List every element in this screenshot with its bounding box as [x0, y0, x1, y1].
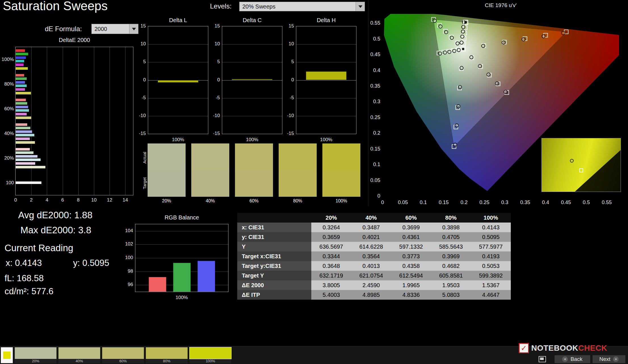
- window-restore-icon[interactable]: [539, 356, 546, 362]
- measured-point: [453, 49, 456, 53]
- measured-point: [457, 48, 461, 52]
- table-cell: 585.5643: [431, 242, 471, 251]
- x-tick-label: 0.5: [578, 200, 595, 206]
- patch-thumbnails: 20%40%60%80%100%: [15, 347, 231, 363]
- patch-thumbnail[interactable]: 100%: [190, 347, 231, 363]
- patch-thumbnail[interactable]: 40%: [58, 347, 100, 363]
- x-tick-label: 0.15: [435, 200, 452, 206]
- row-label: ΔE 2000: [237, 280, 311, 290]
- y-tick-label: 0.05: [364, 177, 380, 183]
- measured-point: [461, 30, 465, 33]
- notebookcheck-logo-icon: ✓: [519, 343, 529, 353]
- y-tick-label: 0: [280, 77, 294, 83]
- measured-point: [439, 25, 442, 28]
- deltae-bar: [16, 109, 29, 112]
- thumbnail-swatch: [58, 347, 100, 359]
- x-tick-label: 6: [58, 197, 67, 203]
- table-header-row: 20%40%60%80%100%: [237, 213, 511, 223]
- back-chevron-icon: «: [562, 356, 568, 362]
- table-cell: 577.5977: [471, 242, 511, 251]
- table-cell: 4.4647: [471, 290, 511, 300]
- measured-point: [470, 56, 473, 59]
- delta-c-x-label: 100%: [222, 137, 282, 143]
- levels-dropdown[interactable]: 20% Sweeps: [239, 2, 365, 11]
- table-cell: 0.3659: [311, 232, 351, 242]
- table-cell: 0.4358: [391, 261, 431, 271]
- y-tick-label: 0.55: [364, 20, 380, 26]
- column-header: 40%: [351, 213, 391, 223]
- inset-measured-point: [570, 159, 574, 162]
- rgb-bar-green: [173, 263, 191, 292]
- y-tick-label: 0.45: [364, 52, 380, 58]
- deltae-bar: [16, 130, 32, 133]
- group-label: 20%: [1, 155, 14, 161]
- group-label: 40%: [1, 131, 14, 136]
- back-button[interactable]: « Back: [554, 355, 591, 363]
- table-cell: 0.3487: [351, 223, 391, 232]
- y-tick-label: 0: [206, 77, 220, 83]
- gridline: [78, 47, 79, 195]
- current-reading-xy: x: 0.4143 y: 0.5095: [6, 258, 109, 268]
- next-button[interactable]: Next »: [592, 355, 626, 363]
- deltae-bar: [16, 113, 27, 115]
- gridline: [296, 44, 356, 45]
- table-cell: 0.5053: [471, 261, 511, 271]
- patch-thumbnail[interactable]: 60%: [102, 347, 144, 363]
- patch-thumbnail[interactable]: 80%: [146, 347, 188, 363]
- gridline: [148, 44, 208, 45]
- table-cell: 0.3564: [351, 251, 391, 261]
- notebookcheck-logo-text: NOTEBOOKCHECK: [531, 344, 607, 353]
- deltae-bar: [16, 92, 31, 94]
- deltae-bar: [16, 60, 24, 62]
- table-row: y: CIE310.36590.40210.43610.47050.5095: [237, 232, 511, 242]
- gridline: [222, 44, 282, 45]
- table-cell: 1.5367: [471, 280, 511, 290]
- gridline: [222, 62, 282, 62]
- gridline: [296, 98, 356, 98]
- page-title: Saturation Sweeps: [3, 0, 108, 13]
- table-cell: 636.5697: [311, 242, 351, 251]
- y-tick-label: -15: [132, 131, 146, 136]
- measured-point: [450, 36, 453, 39]
- deltae-bar: [16, 88, 25, 91]
- table-cell: 612.5494: [391, 271, 431, 280]
- back-button-label: Back: [570, 356, 582, 362]
- gridline: [135, 231, 228, 231]
- color-patch: 100%: [322, 143, 360, 204]
- gridline: [135, 258, 228, 258]
- deltae-bar: [16, 137, 30, 140]
- table-cell: 0.3344: [311, 251, 351, 261]
- y-tick-label: 5: [280, 59, 294, 65]
- deltae-bar: [16, 56, 26, 59]
- y-tick-label: -10: [206, 113, 220, 118]
- measured-point: [460, 66, 463, 70]
- delta-l-x-label: 100%: [148, 137, 208, 143]
- swatch-strip: Actual Target 20%40%60%80%100%: [141, 142, 364, 203]
- deltae-bar: [16, 49, 25, 52]
- deltae-bar: [16, 134, 34, 136]
- cie-zoom-inset: [541, 138, 621, 192]
- deltae-bar: [16, 77, 27, 80]
- measured-point: [455, 124, 458, 127]
- patch-thumbnail[interactable]: 20%: [15, 347, 56, 363]
- x-tick-label: 14: [121, 197, 129, 203]
- de-formula-dropdown[interactable]: 2000: [91, 24, 138, 34]
- chevron-down-icon[interactable]: [356, 2, 365, 11]
- patch-label: 40%: [191, 198, 229, 204]
- table-cell: 3.8005: [311, 280, 351, 290]
- thumbnail-label: 100%: [190, 359, 231, 363]
- measured-point: [522, 38, 525, 41]
- measured-point: [456, 42, 459, 45]
- color-patch: 80%: [279, 143, 317, 204]
- table-cell: 4.8985: [351, 290, 391, 300]
- measured-point: [443, 51, 447, 54]
- row-label: ΔE ITP: [237, 290, 311, 300]
- gridline: [135, 244, 228, 245]
- rgb-bar-red: [149, 277, 166, 292]
- table-cell: 0.4021: [351, 232, 391, 242]
- measured-point: [482, 44, 485, 48]
- deltae-bar: [16, 84, 27, 87]
- table-cell: 0.3699: [391, 223, 431, 232]
- current-fl-value: fL: 168.58: [5, 273, 44, 283]
- deltae-bar: [16, 127, 30, 129]
